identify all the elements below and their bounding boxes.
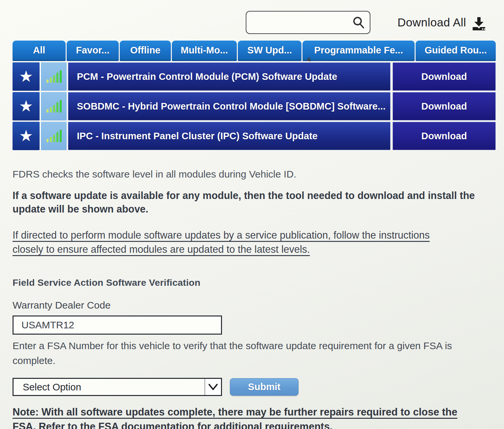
tab-favorites[interactable]: Favor... — [67, 41, 119, 61]
star-icon: ★ — [19, 128, 33, 144]
favorite-button[interactable]: ★ — [13, 92, 40, 120]
tab-offline[interactable]: Offline — [120, 41, 171, 61]
download-all-icon — [471, 16, 487, 31]
fsa-controls: Select Option Submit — [13, 378, 496, 396]
table-row: ★ PCM - Powertrain Control Module (PCM) … — [13, 62, 496, 91]
module-title[interactable]: SOBDMC - Hybrid Powertrain Control Modul… — [68, 92, 391, 120]
download-button[interactable]: Download — [393, 122, 496, 150]
warranty-dealer-code-field[interactable] — [13, 315, 222, 335]
fsa-description-text: Enter a FSA Number for this vehicle to v… — [13, 338, 492, 368]
warranty-dealer-code-label: Warranty Dealer Code — [13, 300, 496, 311]
tab-guided-routines[interactable]: Guided Rou... — [416, 41, 496, 61]
download-button[interactable]: Download — [393, 62, 496, 91]
header: Download All — [13, 11, 496, 34]
download-all-label: Download All — [397, 16, 466, 29]
search-icon[interactable] — [352, 16, 365, 29]
favorite-button[interactable]: ★ — [13, 122, 40, 150]
info-service-publication-text: If directed to perform module software u… — [13, 228, 440, 256]
fsa-number-select[interactable]: Select Option — [13, 378, 222, 396]
signal-bars-icon — [46, 70, 62, 83]
connectivity-button[interactable] — [41, 62, 67, 91]
tab-all[interactable]: All — [13, 41, 66, 61]
filter-tabbar: All Favor... Offline Multi-Mo... SW Upd.… — [13, 41, 496, 61]
favorite-button[interactable]: ★ — [13, 62, 40, 91]
chevron-down-icon[interactable] — [205, 379, 221, 395]
submit-button[interactable]: Submit — [230, 378, 299, 396]
info-update-available-text: If a software update is available for an… — [13, 189, 492, 216]
download-all-button[interactable]: Download All — [397, 14, 487, 31]
fsa-note-text: Note: With all software updates complete… — [13, 405, 483, 429]
tab-multi-module[interactable]: Multi-Mo... — [172, 41, 237, 61]
signal-bars-icon — [46, 99, 62, 113]
tab-sw-updates[interactable]: SW Upd... — [238, 41, 302, 61]
search-box — [246, 11, 370, 34]
download-button[interactable]: Download — [393, 92, 496, 120]
module-title[interactable]: PCM - Powertrain Control Module (PCM) So… — [68, 62, 391, 91]
module-title[interactable]: IPC - Instrument Panel Cluster (IPC) Sof… — [68, 122, 391, 150]
fsa-select-value: Select Option — [23, 381, 81, 393]
table-row: ★ IPC - Instrument Panel Cluster (IPC) S… — [13, 122, 496, 150]
fdrs-software-updates-page: Download All All Favor... Offline Multi-… — [0, 0, 504, 429]
info-vehicle-id-text: FDRS checks the software level in all mo… — [13, 169, 496, 180]
fsa-section-heading: Field Service Action Software Verificati… — [13, 277, 496, 288]
table-row: ★ SOBDMC - Hybrid Powertrain Control Mod… — [13, 92, 496, 120]
connectivity-button[interactable] — [41, 92, 67, 120]
star-icon: ★ — [19, 69, 33, 84]
connectivity-button[interactable] — [41, 122, 67, 150]
signal-bars-icon — [46, 129, 62, 143]
star-icon: ★ — [19, 98, 33, 114]
software-update-list: ★ PCM - Powertrain Control Module (PCM) … — [13, 62, 496, 150]
tab-programmable-features[interactable]: Programmable Fe... — [302, 41, 415, 61]
